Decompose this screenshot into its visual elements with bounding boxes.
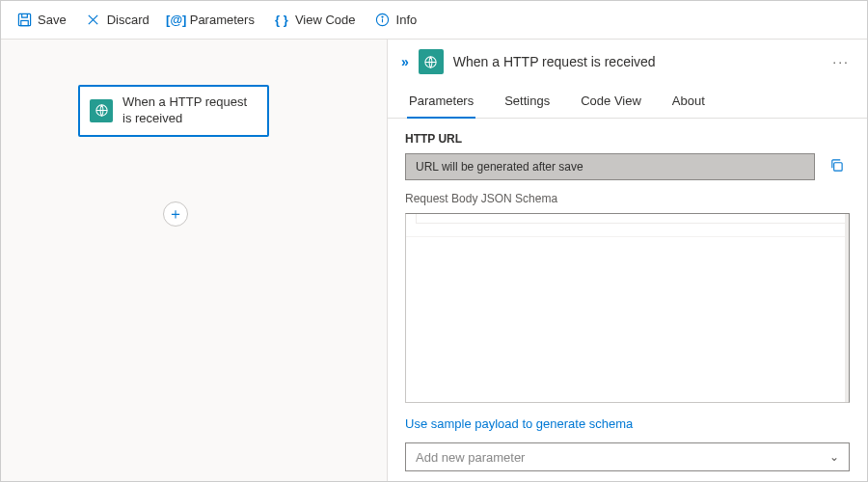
info-button[interactable]: Info [367,5,425,36]
panel-header: » When a HTTP request is received ··· [388,40,867,80]
collapse-panel-icon[interactable]: » [401,54,409,69]
svg-point-4 [382,16,383,17]
add-step-button[interactable]: ＋ [163,201,188,227]
parameters-button[interactable]: [@] Parameters [161,5,262,36]
info-label: Info [396,13,418,27]
details-panel: » When a HTTP request is received ··· Pa… [387,40,867,481]
parameters-label: Parameters [190,13,255,27]
http-url-field: URL will be generated after save [405,153,815,180]
at-parameters-icon: [@] [169,13,184,28]
info-icon [375,13,391,28]
view-code-button[interactable]: { } View Code [266,5,364,36]
panel-tabs: Parameters Settings Code View About [388,80,867,119]
svg-rect-7 [833,163,841,171]
panel-title: When a HTTP request is received [453,54,656,69]
discard-label: Discard [107,13,149,27]
tab-about[interactable]: About [670,86,707,118]
http-url-label: HTTP URL [405,132,850,146]
main-area: When a HTTP request is received ＋ » When… [1,40,867,481]
copy-icon [829,158,844,175]
http-globe-icon [90,99,113,122]
top-toolbar: Save Discard [@] Parameters { } View Cod… [1,1,867,40]
http-globe-icon [419,49,444,74]
schema-label: Request Body JSON Schema [405,192,850,205]
use-sample-payload-link[interactable]: Use sample payload to generate schema [405,416,850,431]
chevron-down-icon: ⌄ [829,450,839,464]
discard-button[interactable]: Discard [78,5,157,36]
add-new-parameter-dropdown[interactable]: Add new parameter ⌄ [405,442,850,471]
tab-code-view[interactable]: Code View [579,86,643,118]
save-label: Save [38,13,67,27]
view-code-label: View Code [295,13,356,27]
add-new-parameter-placeholder: Add new parameter [416,450,525,465]
panel-more-menu[interactable]: ··· [828,54,854,69]
designer-canvas[interactable]: When a HTTP request is received ＋ [1,40,387,481]
plus-icon: ＋ [168,204,183,225]
save-button[interactable]: Save [9,5,74,36]
tab-parameters[interactable]: Parameters [407,86,475,118]
trigger-node-http-request[interactable]: When a HTTP request is received [78,85,269,137]
copy-url-button[interactable] [823,153,850,180]
save-icon [16,13,32,28]
braces-icon: { } [274,13,289,28]
http-url-row: URL will be generated after save [405,153,850,180]
json-schema-textarea[interactable] [405,213,850,403]
tab-settings[interactable]: Settings [502,86,552,118]
close-x-icon [86,13,101,28]
trigger-node-label: When a HTTP request is received [122,94,258,127]
scrollbar-track[interactable] [845,214,849,402]
parameters-form: HTTP URL URL will be generated after sav… [388,119,867,481]
svg-rect-1 [20,20,28,25]
